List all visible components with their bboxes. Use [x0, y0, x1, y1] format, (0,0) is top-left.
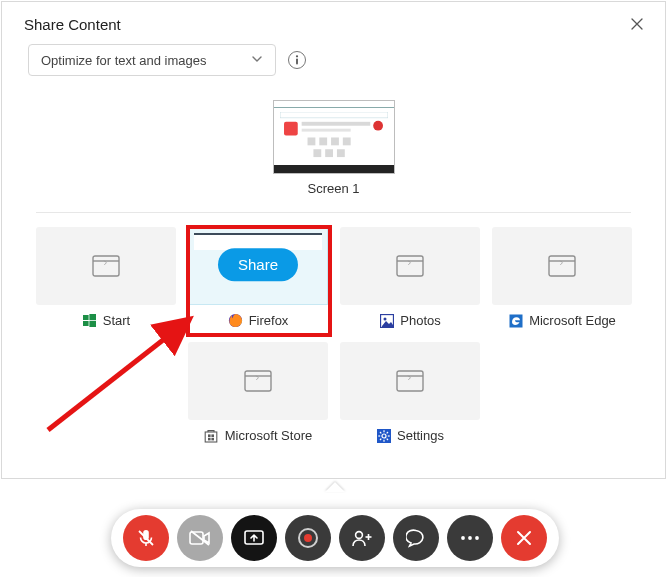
svg-rect-28	[245, 371, 271, 391]
info-icon	[293, 55, 301, 65]
close-icon	[631, 18, 643, 30]
app-thumb-photos	[340, 227, 480, 305]
app-option-settings[interactable]: Settings	[340, 342, 480, 443]
svg-line-52	[191, 531, 209, 545]
svg-rect-12	[336, 149, 344, 157]
app-label: Start	[103, 313, 130, 328]
svg-point-59	[475, 536, 479, 540]
app-label: Firefox	[249, 313, 289, 328]
divider	[36, 212, 631, 213]
app-option-msstore[interactable]: Microsoft Store	[188, 342, 328, 443]
panel-header: Share Content	[2, 2, 665, 42]
svg-rect-14	[93, 256, 119, 276]
svg-point-0	[296, 55, 298, 57]
svg-rect-19	[89, 321, 96, 327]
app-thumb-start	[36, 227, 176, 305]
optimize-value: Optimize for text and images	[41, 53, 206, 68]
svg-rect-18	[83, 321, 89, 326]
panel-title: Share Content	[24, 16, 121, 33]
video-button[interactable]	[177, 515, 223, 561]
mute-button[interactable]	[123, 515, 169, 561]
svg-rect-3	[284, 122, 298, 136]
svg-rect-34	[212, 437, 215, 440]
app-thumb-edge	[492, 227, 632, 305]
close-icon	[516, 530, 532, 546]
svg-rect-21	[397, 256, 423, 276]
svg-rect-10	[313, 149, 321, 157]
photos-icon	[379, 313, 394, 328]
svg-rect-11	[325, 149, 333, 157]
svg-rect-7	[319, 137, 327, 145]
optimize-select[interactable]: Optimize for text and images	[28, 44, 276, 76]
app-thumb-msstore	[188, 342, 328, 420]
content-scroll[interactable]: Screen 1 Start	[2, 98, 665, 478]
participants-icon	[351, 529, 373, 547]
edge-icon	[508, 313, 523, 328]
meeting-toolbar	[111, 509, 559, 567]
svg-rect-1	[296, 58, 298, 64]
svg-rect-16	[83, 315, 89, 320]
screen-label: Screen 1	[307, 181, 359, 196]
svg-rect-4	[301, 122, 370, 126]
svg-rect-17	[89, 314, 96, 320]
svg-point-58	[468, 536, 472, 540]
app-option-start[interactable]: Start	[36, 227, 176, 328]
video-off-icon	[189, 530, 211, 546]
window-icon	[396, 370, 424, 392]
app-label: Microsoft Store	[225, 428, 312, 443]
svg-rect-35	[397, 371, 423, 391]
share-content-panel: Share Content Optimize for text and imag…	[1, 1, 666, 479]
svg-rect-25	[549, 256, 575, 276]
settings-icon	[376, 428, 391, 443]
screen-thumbnail	[273, 100, 395, 174]
svg-point-54	[355, 532, 362, 539]
close-button[interactable]	[627, 14, 647, 34]
msstore-icon	[204, 428, 219, 443]
screen-option[interactable]: Screen 1	[36, 100, 631, 196]
mic-muted-icon	[136, 528, 156, 548]
window-icon	[548, 255, 576, 277]
svg-rect-31	[208, 434, 211, 437]
app-label: Photos	[400, 313, 440, 328]
share-screen-icon	[243, 528, 265, 548]
screen-preview-icon	[280, 112, 388, 161]
svg-rect-30	[205, 432, 217, 442]
svg-rect-6	[307, 137, 315, 145]
window-icon	[396, 255, 424, 277]
window-icon	[244, 370, 272, 392]
info-button[interactable]	[288, 51, 306, 69]
svg-point-57	[461, 536, 465, 540]
share-button[interactable]: Share	[218, 248, 298, 281]
record-icon	[298, 528, 318, 548]
svg-rect-33	[208, 437, 211, 440]
svg-rect-32	[212, 434, 215, 437]
optimize-row: Optimize for text and images	[2, 42, 665, 90]
svg-point-13	[373, 121, 383, 131]
chat-button[interactable]	[393, 515, 439, 561]
svg-rect-9	[342, 137, 350, 145]
svg-rect-27	[509, 314, 522, 327]
firefox-icon	[228, 313, 243, 328]
end-call-button[interactable]	[501, 515, 547, 561]
app-label: Microsoft Edge	[529, 313, 616, 328]
svg-rect-5	[301, 129, 350, 132]
more-icon	[460, 535, 480, 541]
apps-grid: Start Share Firefox	[36, 227, 631, 443]
chat-icon	[406, 528, 426, 548]
app-option-edge[interactable]: Microsoft Edge	[492, 227, 632, 328]
app-option-firefox[interactable]: Share Firefox	[188, 227, 328, 328]
participants-button[interactable]	[339, 515, 385, 561]
app-label: Settings	[397, 428, 444, 443]
share-content-button[interactable]	[231, 515, 277, 561]
more-button[interactable]	[447, 515, 493, 561]
record-button[interactable]	[285, 515, 331, 561]
svg-rect-2	[280, 112, 388, 118]
meeting-toolbar-area	[0, 480, 669, 577]
app-option-photos[interactable]: Photos	[340, 227, 480, 328]
app-thumb-settings	[340, 342, 480, 420]
toolbar-caret	[325, 482, 345, 492]
app-thumb-firefox: Share	[188, 227, 328, 305]
svg-rect-8	[331, 137, 339, 145]
chevron-down-icon	[251, 53, 263, 68]
share-content-body: Screen 1 Start	[2, 98, 665, 478]
